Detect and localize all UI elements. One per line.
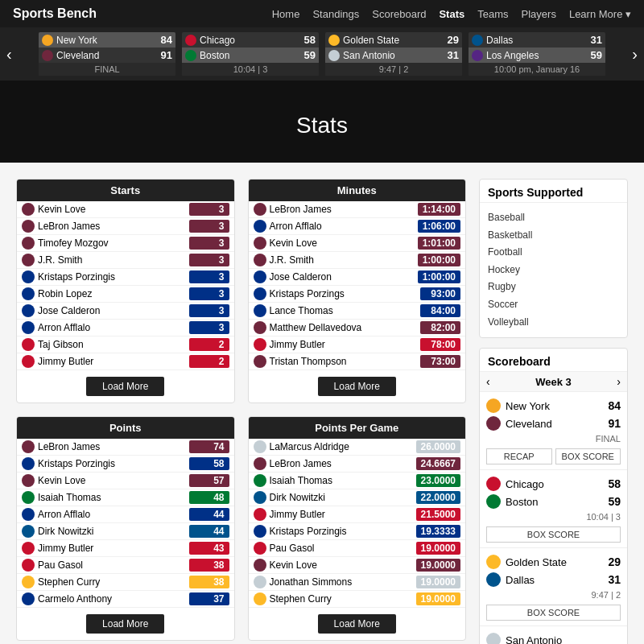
page-title: Stats [0, 113, 644, 138]
player-name: Taj Gibson [38, 339, 189, 350]
player-name: Arron Afflalo [38, 509, 189, 520]
sport-item[interactable]: Soccer [488, 296, 619, 314]
sb-button-row: BOX SCORE [486, 601, 621, 621]
team-dot [22, 321, 35, 334]
team-dot [22, 355, 35, 368]
stat-row: Pau Gasol 19.0000 [249, 540, 466, 557]
player-name: Dirk Nowitzki [270, 492, 416, 503]
stat-value: 19.3333 [416, 525, 460, 538]
sb-team-dot [486, 555, 501, 569]
sb-team-row: Dallas 31 [486, 571, 621, 588]
week-next-button[interactable]: › [617, 375, 621, 388]
stat-row: Kristaps Porzingis 3 [17, 269, 234, 286]
stat-value: 1:00:00 [418, 270, 460, 283]
sport-item[interactable]: Hockey [488, 262, 619, 279]
sb-team-name: Cleveland [506, 418, 598, 430]
stat-value: 78:00 [420, 338, 460, 351]
stat-row: Kristaps Porzingis 19.3333 [249, 523, 466, 540]
minutes-load-more[interactable]: Load More [318, 377, 396, 396]
player-name: Matthew Dellavedova [270, 322, 421, 333]
stat-value: 21.5000 [416, 508, 460, 521]
team-dot [254, 576, 266, 588]
nav-standings[interactable]: Standings [312, 8, 359, 20]
team-dot [254, 355, 266, 368]
nav-stats[interactable]: Stats [439, 8, 464, 20]
points-load-more[interactable]: Load More [86, 614, 164, 634]
score-bar-right-arrow[interactable]: › [632, 45, 638, 64]
sport-item[interactable]: Football [488, 244, 619, 262]
stat-value: 19.0000 [416, 542, 460, 555]
sb-action-button[interactable]: BOX SCORE [486, 605, 621, 621]
stat-row: Kevin Love 3 [17, 201, 234, 218]
sport-item[interactable]: Baseball [488, 209, 619, 227]
score-bar-left-arrow[interactable]: ‹ [6, 45, 12, 64]
player-name: Lance Thomas [270, 305, 421, 316]
sb-game: San Antonio Los Angeles 10:00 pm, Januar… [480, 626, 627, 644]
nav-home[interactable]: Home [272, 8, 300, 20]
stat-row: LeBron James 24.6667 [249, 456, 466, 473]
nav-teams[interactable]: Teams [477, 8, 508, 20]
team-dot [22, 542, 35, 555]
stat-value: 19.0000 [416, 559, 460, 572]
left-column: Starts Kevin Love 3 LeBron James 3 Timof… [16, 179, 466, 644]
player-name: Kristaps Porzingis [38, 458, 189, 469]
stat-row: Kevin Love 19.0000 [249, 557, 466, 574]
week-prev-button[interactable]: ‹ [486, 375, 490, 388]
sb-action-button[interactable]: BOX SCORE [555, 448, 621, 464]
team-dot [254, 474, 266, 487]
sb-team-name: Chicago [506, 478, 598, 490]
sb-team-row: San Antonio [486, 631, 621, 644]
sb-action-button[interactable]: BOX SCORE [486, 526, 621, 543]
sb-team-row: New York 84 [486, 397, 621, 415]
team-dot [254, 457, 266, 470]
starts-load-more[interactable]: Load More [86, 377, 164, 396]
stat-row: Lance Thomas 84:00 [249, 303, 466, 320]
team-dot [254, 321, 266, 334]
player-name: Pau Gasol [270, 543, 416, 554]
sb-action-button[interactable]: RECAP [486, 448, 552, 464]
sb-team-dot [486, 494, 501, 509]
stat-row: Jimmy Butler 21.5000 [249, 506, 466, 523]
sport-item[interactable]: Volleyball [488, 314, 619, 332]
team-dot [254, 287, 266, 300]
stat-value: 3 [189, 304, 229, 317]
team-dot [22, 525, 35, 538]
sport-item[interactable]: Basketball [488, 227, 619, 245]
ppg-load-more[interactable]: Load More [318, 614, 396, 634]
player-name: Timofey Mozgov [38, 237, 189, 249]
stat-row: Kevin Love 1:01:00 [249, 235, 466, 252]
bottom-cards-grid: Points LeBron James 74 Kristaps Porzingi… [16, 416, 466, 641]
player-name: Carmelo Anthony [38, 593, 189, 605]
sb-score: 31 [598, 573, 621, 586]
week-nav: ‹ Week 3 › [480, 371, 627, 392]
sport-item[interactable]: Rugby [488, 279, 619, 296]
team-dot [22, 457, 35, 470]
stat-row: Matthew Dellavedova 82:00 [249, 320, 466, 336]
stat-value: 38 [189, 576, 229, 588]
ppg-title: Points Per Game [249, 417, 466, 439]
score-bar-team-row: New York 84 [39, 32, 175, 47]
starts-card: Starts Kevin Love 3 LeBron James 3 Timof… [16, 179, 235, 403]
player-name: LaMarcus Aldridge [270, 441, 416, 452]
team-dot [254, 304, 266, 317]
brand: Sports Bench [13, 6, 97, 21]
score-bar-team-row: Golden State 29 [325, 32, 462, 47]
score-bar: ‹ New York 84 Cleveland 91 FINAL Chicago… [0, 27, 644, 80]
nav-scoreboard[interactable]: Scoreboard [372, 8, 426, 20]
team-dot [254, 254, 266, 266]
team-dot [254, 508, 266, 521]
main-content: Starts Kevin Love 3 LeBron James 3 Timof… [0, 163, 644, 644]
starts-title: Starts [17, 180, 234, 201]
player-name: Kristaps Porzingis [270, 526, 416, 537]
player-name: Jose Calderon [270, 271, 418, 283]
stat-value: 3 [189, 287, 229, 300]
score-bar-score: 31 [580, 34, 602, 46]
stat-row: Robin Lopez 3 [17, 286, 234, 303]
nav-players[interactable]: Players [522, 8, 556, 20]
stat-row: J.R. Smith 1:00:00 [249, 252, 466, 269]
stat-row: Dirk Nowitzki 22.0000 [249, 489, 466, 506]
team-dot [254, 491, 266, 504]
score-bar-score: 59 [580, 49, 602, 61]
nav-learn-more[interactable]: Learn More ▾ [569, 8, 631, 20]
score-bar-team-name: Chicago [185, 35, 293, 46]
